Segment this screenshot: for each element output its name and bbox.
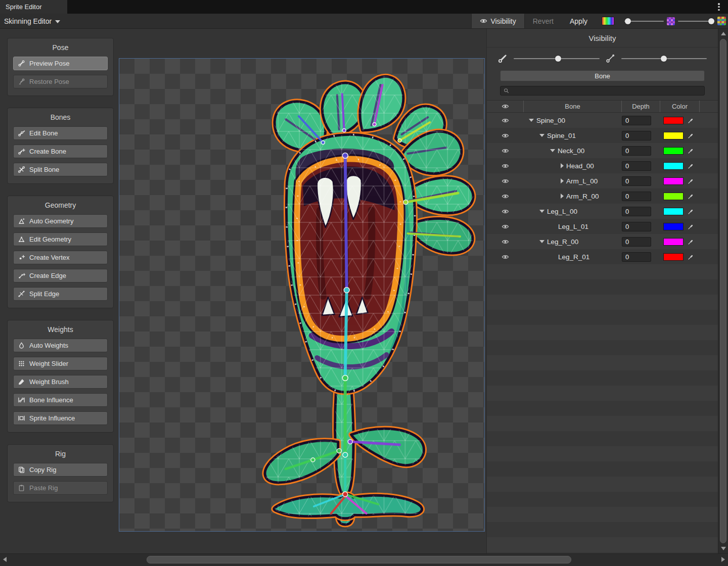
- foldout-collapsed-icon[interactable]: [561, 194, 564, 199]
- bone-row-Spine_01[interactable]: Spine_010: [487, 128, 718, 143]
- paste-rig-button[interactable]: Paste Rig: [13, 481, 108, 495]
- depth-input[interactable]: 0: [622, 131, 651, 140]
- bone-row-Leg_L_00[interactable]: Leg_L_000: [487, 204, 718, 219]
- foldout-expanded-icon[interactable]: [529, 119, 534, 122]
- header-depth-column[interactable]: Depth: [622, 101, 660, 112]
- auto-weights-button[interactable]: Auto Weights: [13, 339, 108, 352]
- preview-pose-button[interactable]: Preview Pose: [13, 57, 108, 70]
- horizontal-scrollbar[interactable]: [0, 553, 728, 566]
- apply-button[interactable]: Apply: [562, 14, 596, 28]
- depth-input[interactable]: 0: [622, 237, 651, 247]
- sprite-editor-tab[interactable]: Sprite Editor: [0, 0, 67, 14]
- eyedropper-button[interactable]: [685, 146, 696, 155]
- eye-toggle[interactable]: [487, 128, 524, 143]
- eyedropper-button[interactable]: [685, 222, 696, 231]
- create-vertex-button[interactable]: Create Vertex: [13, 251, 108, 264]
- bone-color-swatch[interactable]: [663, 223, 684, 230]
- eyedropper-button[interactable]: [685, 131, 696, 140]
- depth-input[interactable]: 0: [622, 252, 651, 262]
- depth-input[interactable]: 0: [622, 207, 651, 216]
- bone-row-Leg_R_01[interactable]: Leg_R_010: [487, 249, 718, 264]
- depth-input[interactable]: 0: [622, 176, 651, 186]
- copy-rig-button[interactable]: Copy Rig: [13, 463, 108, 477]
- split-bone-button[interactable]: Split Bone: [13, 163, 108, 176]
- eye-toggle[interactable]: [487, 173, 524, 188]
- eye-toggle[interactable]: [487, 249, 524, 264]
- eyedropper-button[interactable]: [685, 207, 696, 216]
- eye-toggle[interactable]: [487, 188, 524, 204]
- weight-slider-button[interactable]: Weight Slider: [13, 357, 108, 370]
- foldout-collapsed-icon[interactable]: [561, 178, 564, 183]
- foldout-expanded-icon[interactable]: [539, 210, 544, 213]
- bone-color-swatch[interactable]: [663, 147, 684, 155]
- bone-row-Leg_R_00[interactable]: Leg_R_000: [487, 234, 718, 249]
- slider-thumb[interactable]: [625, 18, 631, 24]
- auto-geometry-button[interactable]: Auto Geometry: [13, 214, 108, 228]
- kebab-menu-icon[interactable]: [715, 3, 723, 11]
- toolbar-zoom-slider[interactable]: [678, 18, 714, 24]
- bone-row-Leg_L_01[interactable]: Leg_L_010: [487, 219, 718, 234]
- vertical-scrollbar-thumb[interactable]: [720, 39, 726, 543]
- slider-thumb[interactable]: [661, 56, 667, 62]
- bone-color-swatch[interactable]: [663, 193, 684, 200]
- toolbar-alpha-slider[interactable]: [624, 18, 664, 24]
- depth-input[interactable]: 0: [622, 116, 651, 125]
- color-mode-button[interactable]: [602, 17, 614, 25]
- eye-toggle[interactable]: [487, 158, 524, 173]
- header-color-column[interactable]: Color: [660, 101, 700, 112]
- eyedropper-button[interactable]: [685, 161, 696, 170]
- sprite-influence-button[interactable]: Sprite Influence: [13, 411, 108, 425]
- eye-toggle[interactable]: [487, 143, 524, 158]
- eye-toggle[interactable]: [487, 219, 524, 234]
- bone-row-Arm_L_00[interactable]: Arm_L_000: [487, 173, 718, 188]
- bone-row-Arm_R_00[interactable]: Arm_R_000: [487, 188, 718, 204]
- slider-thumb[interactable]: [708, 18, 714, 24]
- bone-opacity-slider[interactable]: [621, 56, 707, 62]
- foldout-expanded-icon[interactable]: [539, 134, 544, 137]
- scroll-right-arrow[interactable]: [721, 557, 725, 562]
- depth-input[interactable]: 0: [622, 192, 651, 201]
- visibility-toggle-button[interactable]: Visibility: [471, 14, 524, 28]
- slider-thumb[interactable]: [555, 56, 561, 62]
- bone-tab-button[interactable]: Bone: [500, 70, 705, 81]
- create-edge-button[interactable]: Create Edge: [13, 269, 108, 282]
- foldout-expanded-icon[interactable]: [539, 240, 544, 243]
- vertical-scrollbar[interactable]: [718, 29, 728, 553]
- bone-color-swatch[interactable]: [663, 238, 684, 246]
- bone-color-swatch[interactable]: [663, 253, 684, 261]
- create-bone-button[interactable]: Create Bone: [13, 145, 108, 158]
- bone-color-swatch[interactable]: [663, 132, 684, 139]
- eye-toggle[interactable]: [487, 234, 524, 249]
- bone-row-Head_00[interactable]: Head_000: [487, 158, 718, 173]
- eyedropper-button[interactable]: [685, 252, 696, 261]
- bone-row-Neck_00[interactable]: Neck_000: [487, 143, 718, 158]
- sprite-canvas[interactable]: [119, 58, 485, 532]
- depth-input[interactable]: 0: [622, 146, 651, 156]
- eyedropper-button[interactable]: [685, 192, 696, 201]
- search-field[interactable]: [500, 86, 705, 96]
- foldout-expanded-icon[interactable]: [550, 149, 555, 152]
- scroll-up-arrow[interactable]: [721, 32, 726, 35]
- horizontal-scrollbar-thumb[interactable]: [147, 556, 571, 563]
- skinning-editor-dropdown[interactable]: Skinning Editor: [0, 14, 65, 28]
- bone-size-slider[interactable]: [514, 56, 600, 62]
- eyedropper-button[interactable]: [685, 237, 696, 246]
- split-edge-button[interactable]: Split Edge: [13, 287, 108, 301]
- bone-color-swatch[interactable]: [663, 177, 684, 185]
- scroll-down-arrow[interactable]: [721, 547, 726, 550]
- bone-influence-button[interactable]: Bone Influence: [13, 393, 108, 407]
- weight-brush-button[interactable]: Weight Brush: [13, 375, 108, 389]
- bone-row-Spine_00[interactable]: Spine_000: [487, 113, 718, 128]
- bone-color-swatch[interactable]: [663, 117, 684, 124]
- edit-geometry-button[interactable]: Edit Geometry: [13, 232, 108, 246]
- scroll-left-arrow[interactable]: [3, 557, 7, 562]
- depth-input[interactable]: 0: [622, 222, 651, 231]
- eye-toggle[interactable]: [487, 113, 524, 128]
- foldout-collapsed-icon[interactable]: [561, 163, 564, 168]
- bone-color-swatch[interactable]: [663, 208, 684, 215]
- bone-color-swatch[interactable]: [663, 162, 684, 170]
- eye-toggle[interactable]: [487, 204, 524, 219]
- edit-bone-button[interactable]: Edit Bone: [13, 126, 108, 140]
- depth-input[interactable]: 0: [622, 161, 651, 171]
- restore-pose-button[interactable]: Restore Pose: [13, 75, 108, 88]
